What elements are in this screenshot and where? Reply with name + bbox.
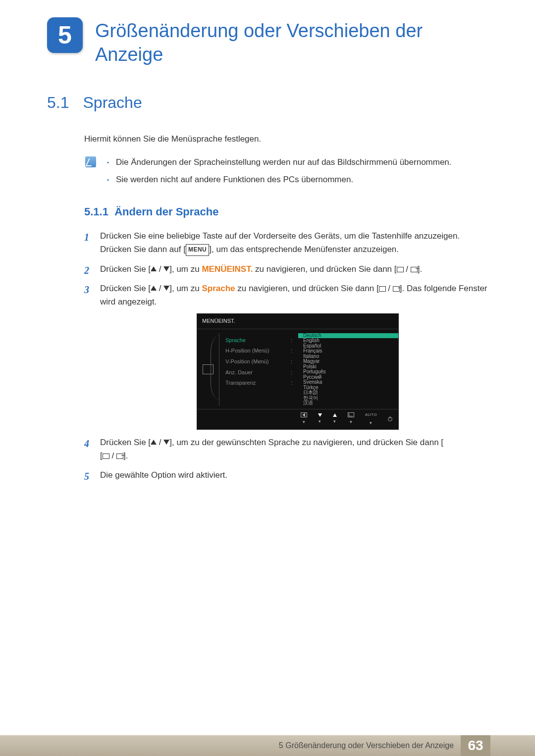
subsection-number: 5.1.1 — [84, 205, 108, 218]
source-icon — [379, 286, 386, 292]
note-item: Die Änderungen der Spracheinstellung wer… — [107, 156, 452, 169]
section-heading: 5.1Sprache — [47, 94, 490, 112]
enter-icon — [116, 454, 123, 459]
up-arrow-icon — [151, 440, 157, 445]
sprache-keyword: Sprache — [202, 284, 235, 293]
section-number: 5.1 — [47, 94, 69, 111]
footer-page-number: 63 — [461, 735, 490, 756]
subsection-heading: 5.1.1 Ändern der Sprache — [84, 205, 490, 218]
note-icon — [85, 156, 96, 167]
chapter-header: 5 Größenänderung oder Verschieben der An… — [47, 17, 490, 66]
menueinst-keyword: MENÜEINST. — [202, 264, 253, 274]
down-arrow-icon — [163, 286, 169, 291]
enter-icon — [411, 267, 418, 272]
menu-button-label: MENU — [186, 244, 209, 255]
down-arrow-icon — [163, 440, 169, 445]
section-title: Sprache — [83, 94, 142, 111]
osd-menu-list: Sprache: H-Position (Menü): V-Position (… — [219, 333, 298, 406]
step-5: Die gewählte Option wird aktiviert. — [84, 468, 490, 482]
enter-icon — [393, 286, 400, 292]
osd-title: MENÜEINST. — [197, 314, 398, 329]
source-icon — [103, 454, 109, 459]
page-footer: 5 Größenänderung oder Verschieben der An… — [0, 735, 535, 756]
step-4: Drücken Sie [ / ], um zu der gewünschten… — [84, 436, 490, 462]
source-icon — [397, 267, 404, 272]
chapter-title: Größenänderung oder Verschieben der Anze… — [95, 17, 490, 66]
osd-language-list: Deutsch English Español Français Italian… — [298, 333, 398, 406]
step-2: Drücken Sie [ / ], um zu MENÜEINST. zu n… — [84, 262, 490, 276]
step-3: Drücken Sie [ / ], um zu Sprache zu navi… — [84, 282, 490, 430]
steps-list: Drücken Sie eine beliebige Taste auf der… — [84, 229, 490, 482]
step-1: Drücken Sie eine beliebige Taste auf der… — [84, 229, 490, 256]
subsection-title: Ändern der Sprache — [114, 205, 218, 218]
power-icon — [388, 417, 392, 421]
note-block: Die Änderungen der Spracheinstellung wer… — [84, 156, 490, 191]
up-arrow-icon — [151, 286, 157, 291]
footer-chapter-label: 5 Größenänderung oder Verschieben der An… — [279, 741, 461, 750]
down-arrow-icon — [163, 266, 169, 271]
chapter-number-badge: 5 — [47, 17, 83, 53]
osd-screenshot: MENÜEINST. Sprache: H-Position (Menü): V… — [197, 313, 399, 430]
osd-nav-bar: ▾ ▾ ▾ ▾ AUTO▾ — [197, 409, 398, 429]
section-intro: Hiermit können Sie die Menüsprache festl… — [84, 134, 490, 144]
note-item: Sie werden nicht auf andere Funktionen d… — [107, 174, 452, 186]
up-arrow-icon — [151, 266, 157, 271]
